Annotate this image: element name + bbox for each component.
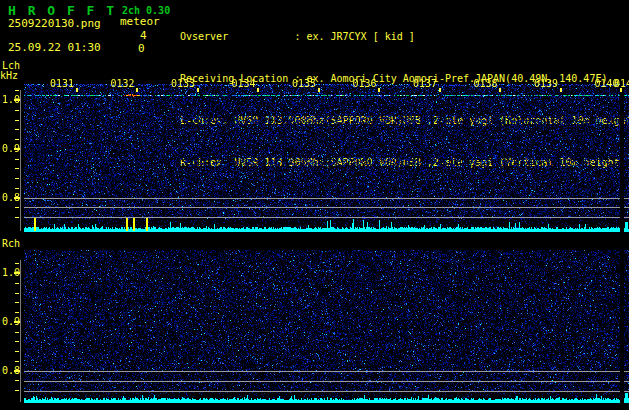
lch-freq-minor-tick bbox=[15, 168, 19, 169]
lch-freq-minor-tick bbox=[15, 90, 19, 91]
rch-freq-minor-tick bbox=[15, 341, 19, 342]
observation-timestamp: 25.09.22 01:30 bbox=[8, 41, 101, 54]
time-tick-0136 bbox=[378, 88, 380, 92]
time-label-0137: 0137 bbox=[413, 78, 437, 89]
time-tick-0132 bbox=[136, 88, 138, 92]
time-tick-0131 bbox=[76, 88, 78, 92]
time-label-0136: 0136 bbox=[353, 78, 377, 89]
lch-freq-minor-tick bbox=[15, 120, 19, 121]
time-tick-0133 bbox=[197, 88, 199, 92]
rch-axis-line bbox=[20, 260, 21, 402]
time-label-partial: 0141 bbox=[614, 78, 629, 89]
lch-freq-minor-tick bbox=[15, 178, 19, 179]
lch-freq-minor-tick bbox=[15, 188, 19, 189]
time-tick-0138 bbox=[499, 88, 501, 92]
rch-axis-label: Rch bbox=[2, 238, 20, 249]
time-label-0132: 0132 bbox=[111, 78, 135, 89]
rch-freq-minor-tick bbox=[15, 302, 19, 303]
rch-freq-minor-tick bbox=[15, 332, 19, 333]
lch-axis-line bbox=[20, 90, 21, 231]
lch-freq-minor-tick bbox=[15, 217, 19, 218]
time-tick-0135 bbox=[318, 88, 320, 92]
lch-freq-major-tick-0.8 bbox=[14, 197, 20, 199]
meteor-count-rch: 0 bbox=[138, 42, 145, 55]
observer-line: Ovserver : ex. JR7CYX [ kid ] bbox=[180, 30, 629, 44]
lch-freq-major-tick-1.0 bbox=[14, 99, 20, 101]
rch-freq-minor-tick bbox=[15, 293, 19, 294]
output-filename: 2509220130.png bbox=[8, 17, 101, 30]
rch-freq-minor-tick bbox=[15, 380, 19, 381]
hrofft-output-screen: H R O F F T 2ch 0.30 2509220130.png mete… bbox=[0, 0, 629, 410]
rch-freq-minor-tick bbox=[15, 390, 19, 391]
lch-freq-minor-tick bbox=[15, 207, 19, 208]
time-label-0133: 0133 bbox=[171, 78, 195, 89]
time-label-0135: 0135 bbox=[292, 78, 316, 89]
time-label-0138: 0138 bbox=[474, 78, 498, 89]
rch-freq-major-tick-0.9 bbox=[14, 321, 20, 323]
lch-freq-minor-tick bbox=[15, 110, 19, 111]
rch-freq-minor-tick bbox=[15, 283, 19, 284]
lch-spectrogram-canvas bbox=[24, 84, 629, 237]
lch-freq-major-tick-0.9 bbox=[14, 148, 20, 150]
time-label-0134: 0134 bbox=[232, 78, 256, 89]
time-label-0131: 0131 bbox=[50, 78, 74, 89]
time-tick-0134 bbox=[257, 88, 259, 92]
lch-freq-minor-tick bbox=[15, 139, 19, 140]
app-title: H R O F F T bbox=[8, 3, 116, 18]
rch-freq-minor-tick bbox=[15, 312, 19, 313]
time-label-0139: 0139 bbox=[534, 78, 558, 89]
lch-freq-minor-tick bbox=[15, 129, 19, 130]
khz-unit-label: kHz bbox=[0, 70, 18, 81]
lch-freq-minor-tick bbox=[15, 159, 19, 160]
rch-freq-minor-tick bbox=[15, 263, 19, 264]
time-tick-0139 bbox=[560, 88, 562, 92]
rch-freq-minor-tick bbox=[15, 361, 19, 362]
rch-freq-major-tick-0.8 bbox=[14, 370, 20, 372]
rch-spectrogram-canvas bbox=[24, 250, 629, 410]
meteor-count-label: meteor bbox=[120, 15, 160, 28]
time-tick-0137 bbox=[439, 88, 441, 92]
rch-freq-major-tick-1.0 bbox=[14, 272, 20, 274]
rch-freq-minor-tick bbox=[15, 351, 19, 352]
meteor-count-lch: 4 bbox=[140, 29, 147, 42]
